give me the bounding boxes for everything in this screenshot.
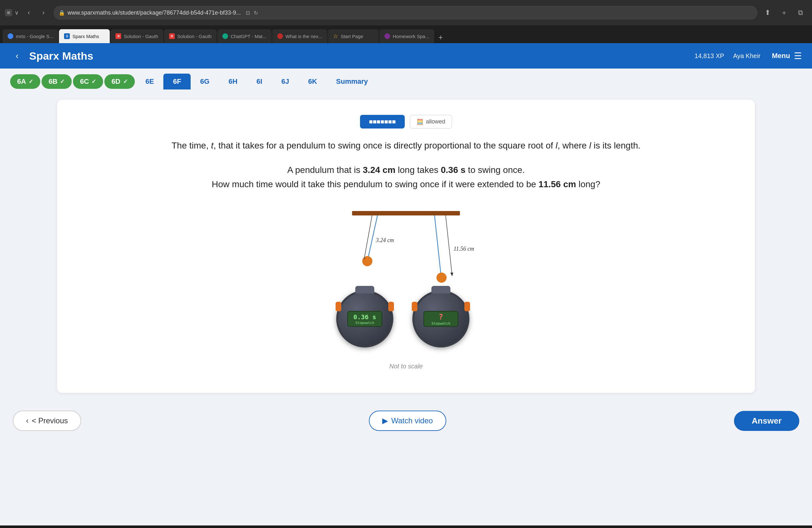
pendulum-diagram: 3.24 cm 11.56 cm — [327, 201, 485, 284]
header-right: 14,813 XP Aya Kheir Menu ☰ — [695, 51, 802, 61]
back-nav-button[interactable]: ‹ — [23, 6, 35, 19]
tab-6f[interactable]: 6F — [163, 74, 191, 89]
check-icon-6b: ✓ — [60, 78, 65, 85]
tab-6j[interactable]: 6J — [272, 74, 299, 89]
tab-summary[interactable]: Summary — [327, 74, 377, 89]
xp-display: 14,813 XP — [695, 52, 724, 60]
svg-line-6 — [446, 215, 452, 274]
stopwatch-2-screen: ? Stopwatch — [423, 311, 458, 327]
homework-favicon — [385, 33, 390, 39]
answer-button[interactable]: Answer — [734, 411, 799, 431]
tab-6g-label: 6G — [200, 77, 209, 85]
stopwatch-2-clip — [431, 286, 450, 294]
user-name: Aya Kheir — [733, 52, 760, 60]
tab-6b[interactable]: 6B ✓ — [42, 74, 72, 89]
tab-6i[interactable]: 6I — [247, 74, 272, 89]
stopwatch-2-time: ? — [439, 313, 443, 322]
stopwatch-1-label: Stopwatch — [355, 321, 374, 325]
tab-solution1-label: Solution - Gauth — [124, 34, 158, 39]
tab-6d[interactable]: 6D ✓ — [104, 74, 134, 89]
stopwatch-2-body: ? Stopwatch — [412, 290, 469, 347]
sidebar-toggle[interactable]: ⊞ — [5, 9, 12, 16]
tabs-button[interactable]: ⧉ — [794, 6, 807, 19]
tab-6i-label: 6I — [257, 77, 262, 85]
tab-chatgpt[interactable]: ChatGPT - Mat... — [217, 29, 272, 43]
watch-video-button[interactable]: ▶ Watch video — [369, 411, 446, 431]
diagram-area: 3.24 cm 11.56 cm — [76, 201, 736, 370]
tab-solution2[interactable]: ✕ Solution - Gauth — [164, 29, 217, 43]
browser-actions: ⬆ ＋ ⧉ — [761, 6, 807, 19]
quora-favicon — [277, 33, 283, 39]
tab-startpage[interactable]: ☆ Start Page — [328, 29, 379, 43]
something-button[interactable]: ■■■■■■■ — [360, 115, 405, 129]
svg-text:3.24 cm: 3.24 cm — [376, 237, 394, 243]
chatgpt-favicon — [222, 33, 228, 39]
share-button[interactable]: ⬆ — [761, 6, 774, 19]
forward-nav-button[interactable]: › — [37, 6, 50, 19]
tab-quora-label: What is the nex... — [286, 34, 322, 39]
solution2-favicon: ✕ — [169, 33, 175, 39]
refresh-icon[interactable]: ↻ — [254, 10, 258, 16]
stopwatch-2: ? Stopwatch — [412, 290, 476, 354]
tab-6a[interactable]: 6A ✓ — [10, 74, 40, 89]
tab-6a-label: 6A — [17, 77, 26, 86]
tab-solution2-label: Solution - Gauth — [177, 34, 212, 39]
url-text: www.sparxmaths.uk/student/package/786774… — [68, 10, 241, 16]
star-icon: ☆ — [333, 33, 338, 40]
watch-video-label: Watch video — [391, 416, 433, 425]
tab-chatgpt-label: ChatGPT - Mat... — [231, 34, 266, 39]
check-icon-6a: ✓ — [29, 78, 33, 85]
tab-google[interactable]: mrto - Google S... — [2, 29, 58, 43]
stopwatch-2-btn-right — [464, 302, 470, 311]
tab-summary-label: Summary — [336, 77, 368, 85]
nav-buttons: ‹ › — [23, 6, 50, 19]
calculator-icon: 🧮 — [417, 118, 423, 125]
stopwatch-1-body: 0.36 s Stopwatch — [336, 290, 393, 347]
address-bar[interactable]: 🔒 www.sparxmaths.uk/student/package/7867… — [54, 6, 757, 20]
not-to-scale-text: Not to scale — [389, 363, 423, 370]
browser-chrome: ⊞ ∨ ‹ › 🔒 www.sparxmaths.uk/student/pack… — [0, 0, 812, 25]
previous-button[interactable]: ‹ < Previous — [13, 411, 81, 431]
tab-6b-label: 6B — [48, 77, 57, 86]
add-tab-button[interactable]: + — [435, 32, 446, 43]
tab-google-label: mrto - Google S... — [16, 34, 53, 39]
app-title: Sparx Maths — [29, 50, 690, 62]
hamburger-icon[interactable]: ☰ — [794, 51, 802, 61]
solution1-favicon: ✕ — [115, 33, 121, 39]
sparx-favicon: S — [64, 33, 70, 39]
tab-6f-label: 6F — [173, 77, 181, 85]
tab-homework-label: Homework Spa... — [393, 34, 429, 39]
menu-label[interactable]: Menu — [772, 52, 790, 60]
check-icon-6d: ✓ — [123, 78, 128, 85]
app-wrapper: ‹ Sparx Maths 14,813 XP Aya Kheir Menu ☰… — [0, 43, 812, 526]
svg-line-8 — [364, 215, 372, 259]
section-tabs: 6A ✓ 6B ✓ 6C ✓ 6D ✓ 6E 6F 6G 6H 6I — [0, 69, 812, 89]
tab-6k[interactable]: 6K — [299, 74, 327, 89]
allowed-label: allowed — [426, 118, 445, 125]
tab-6e[interactable]: 6E — [136, 74, 164, 89]
tab-6g[interactable]: 6G — [191, 74, 219, 89]
stopwatches-container: 0.36 s Stopwatch ? — [336, 290, 476, 354]
tab-homework[interactable]: Homework Spa... — [379, 29, 434, 43]
tab-6c[interactable]: 6C ✓ — [73, 74, 103, 89]
tab-6j-label: 6J — [281, 77, 289, 85]
tab-6d-label: 6D — [111, 77, 120, 86]
stopwatch-1-time: 0.36 s — [353, 313, 376, 321]
new-tab-button[interactable]: ＋ — [778, 6, 791, 19]
stopwatch-2-label: Stopwatch — [431, 322, 450, 326]
tab-sparx[interactable]: S Sparx Maths — [59, 29, 110, 43]
stopwatch-1-btn-left — [336, 302, 341, 311]
allowed-tag: 🧮 allowed — [410, 115, 452, 129]
tabs-bar: mrto - Google S... S Sparx Maths ✕ Solut… — [0, 25, 812, 43]
svg-line-4 — [435, 215, 441, 274]
question-intro: The time, t, that it takes for a pendulu… — [76, 139, 736, 153]
tab-6h[interactable]: 6H — [219, 74, 247, 89]
tab-solution1[interactable]: ✕ Solution - Gauth — [111, 29, 163, 43]
tab-quora[interactable]: What is the nex... — [272, 29, 327, 43]
check-icon-6c: ✓ — [91, 78, 96, 85]
chevron-left-icon: ‹ — [26, 416, 29, 425]
stopwatch-1-screen: 0.36 s Stopwatch — [347, 311, 382, 327]
back-button[interactable]: ‹ — [10, 49, 24, 63]
tab-6e-label: 6E — [146, 77, 154, 85]
svg-point-2 — [362, 256, 372, 266]
